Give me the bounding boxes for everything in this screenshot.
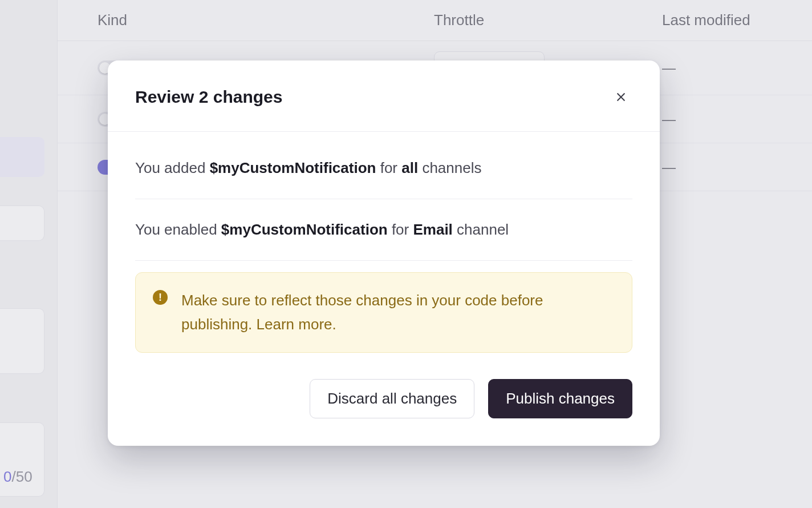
review-changes-modal: Review 2 changes You added $myCustomNoti… xyxy=(108,61,660,446)
publish-button[interactable]: Publish changes xyxy=(488,379,632,418)
change-suffix: channels xyxy=(418,159,481,176)
change-item: You enabled $myCustomNotification for Em… xyxy=(135,199,632,261)
modal-header: Review 2 changes xyxy=(108,61,660,132)
change-prefix: You enabled xyxy=(135,221,221,238)
close-button[interactable] xyxy=(610,86,632,108)
change-scope: Email xyxy=(413,221,452,238)
change-subject: $myCustomNotification xyxy=(221,221,388,238)
change-suffix: channel xyxy=(453,221,509,238)
change-subject: $myCustomNotification xyxy=(210,159,376,176)
change-scope: all xyxy=(401,159,418,176)
modal-title: Review 2 changes xyxy=(135,87,282,107)
modal-footer: Discard all changes Publish changes xyxy=(108,353,660,446)
modal-body: You added $myCustomNotification for all … xyxy=(108,132,660,353)
change-mid: for xyxy=(376,159,401,176)
warning-text: Make sure to reflect those changes in yo… xyxy=(181,292,543,333)
change-item: You added $myCustomNotification for all … xyxy=(135,138,632,199)
close-icon xyxy=(615,91,627,103)
change-prefix: You added xyxy=(135,159,210,176)
warning-icon: ! xyxy=(153,290,168,305)
warning-banner: ! Make sure to reflect those changes in … xyxy=(135,272,632,353)
discard-button[interactable]: Discard all changes xyxy=(310,379,474,418)
change-mid: for xyxy=(388,221,413,238)
